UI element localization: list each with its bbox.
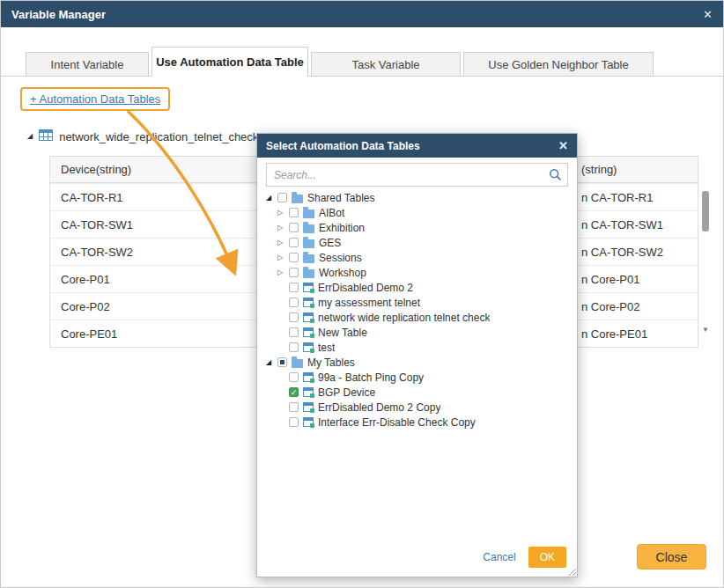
chevron-expanded-icon[interactable]: ◢: [266, 359, 277, 366]
folder-icon: [292, 359, 303, 368]
checkbox-unchecked[interactable]: [289, 298, 299, 307]
column-header-string: (string): [576, 157, 698, 182]
tree-item-folder[interactable]: ▷ AIBot: [266, 205, 568, 220]
add-link-highlight: + Automation Data Tables: [20, 87, 170, 111]
tree-item-my-tables[interactable]: ◢ My Tables: [266, 355, 568, 370]
add-automation-data-tables-link[interactable]: + Automation Data Tables: [30, 92, 160, 106]
table-icon: [303, 387, 314, 397]
checkbox-checked[interactable]: ✓: [289, 387, 299, 397]
cell-device: Core-P01: [50, 266, 259, 292]
tree-item-shared-tables[interactable]: ◢ Shared Tables: [266, 190, 568, 205]
tree-item-table[interactable]: my assessment telnet: [266, 295, 568, 310]
tree-item-table[interactable]: ErrDisabled Demo 2 Copy: [266, 400, 568, 415]
search-input[interactable]: [266, 163, 568, 187]
cell-device: Core-P02: [50, 293, 259, 320]
chevron-collapsed-icon[interactable]: ▷: [277, 269, 289, 276]
tab-task-variable[interactable]: Task Variable: [311, 52, 461, 77]
dialog-title: Variable Manager: [11, 8, 106, 21]
table-icon: [39, 129, 53, 143]
checkbox-unchecked[interactable]: [289, 223, 299, 232]
tab-intent-variable[interactable]: Intent Variable: [26, 52, 149, 77]
cancel-button[interactable]: Cancel: [483, 551, 515, 563]
select-tables-popup: Select Automation Data Tables ✕ ◢ Shared…: [256, 133, 578, 577]
close-icon[interactable]: ✕: [703, 8, 713, 21]
ok-button[interactable]: OK: [528, 547, 566, 568]
cell-device: Core-PE01: [50, 320, 259, 347]
cell-value: n CA-TOR-SW1: [576, 211, 698, 238]
tables-tree: ◢ Shared Tables ▷ AIBot ▷ Exhibition ▷: [266, 190, 568, 430]
table-icon: [303, 342, 314, 352]
checkbox-indeterminate[interactable]: [277, 357, 287, 367]
tree-item-table[interactable]: 99a - Batch Ping Copy: [266, 370, 568, 385]
tree-item-table[interactable]: test: [266, 340, 568, 355]
scrollbar-thumb[interactable]: [702, 191, 709, 232]
cell-device: CA-TOR-SW1: [50, 211, 259, 238]
checkbox-unchecked[interactable]: [289, 342, 299, 352]
tree-item-table-selected[interactable]: ✓ BGP Device: [266, 385, 568, 400]
tab-use-automation-data-table[interactable]: Use Automation Data Table: [151, 47, 308, 77]
tabbar: Intent Variable Use Automation Data Tabl…: [26, 47, 656, 77]
checkbox-unchecked[interactable]: [289, 238, 299, 247]
resize-handle[interactable]: [567, 567, 576, 576]
tree-item-table[interactable]: Interface Err-Disable Check Copy: [266, 415, 568, 430]
popup-title: Select Automation Data Tables: [266, 140, 420, 152]
checkbox-unchecked[interactable]: [289, 312, 299, 322]
checkbox-unchecked[interactable]: [289, 283, 299, 292]
cell-value: n CA-TOR-R1: [576, 184, 698, 210]
table-icon: [303, 298, 314, 307]
checkbox-unchecked[interactable]: [289, 327, 299, 337]
tree-item-table[interactable]: ErrDisabled Demo 2: [266, 280, 568, 295]
cell-value: n Core-P02: [576, 293, 698, 320]
table-section-header[interactable]: ◢ network_wide_replication_telnet_check: [27, 129, 258, 143]
checkbox-unchecked[interactable]: [289, 372, 299, 382]
folder-icon: [292, 195, 303, 203]
chevron-expanded-icon[interactable]: ◢: [266, 195, 277, 202]
folder-icon: [303, 209, 314, 218]
checkbox-unchecked[interactable]: [289, 268, 299, 277]
table-icon: [303, 312, 314, 322]
tree-item-folder[interactable]: ▷ GES: [266, 235, 568, 250]
folder-icon: [303, 224, 314, 233]
column-header-device: Device(string): [50, 157, 259, 182]
cell-device: CA-TOR-SW2: [50, 239, 259, 265]
close-button[interactable]: Close: [637, 544, 706, 570]
checkbox-unchecked[interactable]: [289, 208, 299, 217]
table-icon: [303, 402, 314, 412]
scrollbar-down-icon[interactable]: ▼: [701, 326, 710, 334]
expand-arrow-icon[interactable]: ◢: [27, 133, 33, 140]
chevron-collapsed-icon[interactable]: ▷: [277, 224, 289, 232]
folder-icon: [303, 269, 314, 278]
table-icon: [303, 283, 314, 292]
variable-manager-dialog: Variable Manager ✕ Intent Variable Use A…: [0, 0, 724, 588]
folder-icon: [303, 254, 314, 263]
tab-use-golden-neighbor-table[interactable]: Use Golden Neighbor Table: [463, 52, 654, 77]
table-icon: [303, 327, 314, 337]
tree-item-folder[interactable]: ▷ Workshop: [266, 265, 568, 280]
cell-value: n Core-P01: [576, 266, 698, 292]
checkbox-unchecked[interactable]: [289, 253, 299, 262]
search-box: [266, 163, 568, 187]
tree-item-folder[interactable]: ▷ Sessions: [266, 250, 568, 265]
tree-item-table[interactable]: network wide replication telnet check: [266, 310, 568, 325]
table-name: network_wide_replication_telnet_check: [59, 130, 258, 143]
popup-close-icon[interactable]: ✕: [558, 139, 568, 152]
cell-value: n Core-PE01: [576, 320, 698, 347]
checkbox-unchecked[interactable]: [289, 402, 299, 412]
cell-device: CA-TOR-R1: [50, 184, 259, 210]
titlebar: Variable Manager ✕: [1, 1, 723, 27]
table-icon: [303, 417, 314, 427]
checkbox-unchecked[interactable]: [289, 417, 299, 427]
tree-item-table[interactable]: New Table: [266, 325, 568, 340]
chevron-collapsed-icon[interactable]: ▷: [277, 209, 289, 217]
tree-item-folder[interactable]: ▷ Exhibition: [266, 220, 568, 235]
cell-value: n CA-TOR-SW2: [576, 239, 698, 265]
vertical-scrollbar[interactable]: ▼: [701, 187, 710, 334]
table-icon: [303, 372, 314, 382]
popup-titlebar: Select Automation Data Tables ✕: [257, 134, 577, 158]
search-icon[interactable]: [549, 168, 562, 185]
chevron-collapsed-icon[interactable]: ▷: [277, 254, 289, 261]
folder-icon: [303, 239, 314, 248]
popup-footer: Cancel OK: [483, 547, 566, 568]
chevron-collapsed-icon[interactable]: ▷: [277, 239, 289, 246]
checkbox-unchecked[interactable]: [277, 193, 287, 202]
